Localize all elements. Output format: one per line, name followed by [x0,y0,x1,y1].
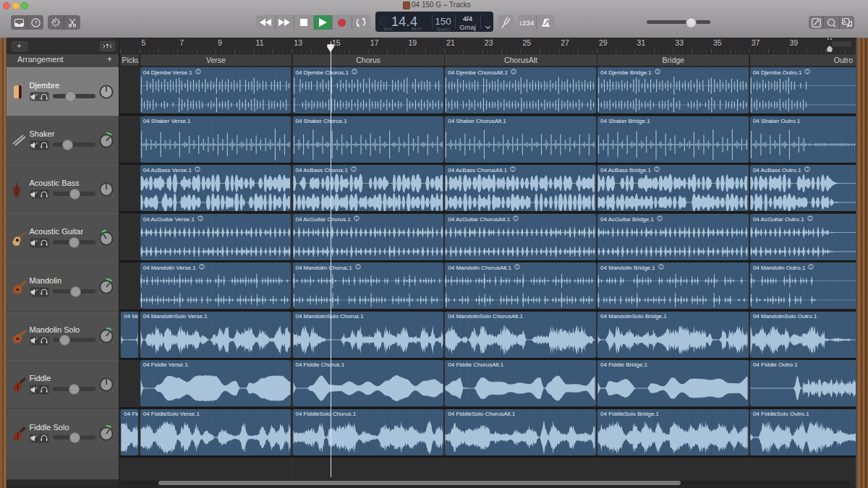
svg-text:?: ? [34,20,38,26]
